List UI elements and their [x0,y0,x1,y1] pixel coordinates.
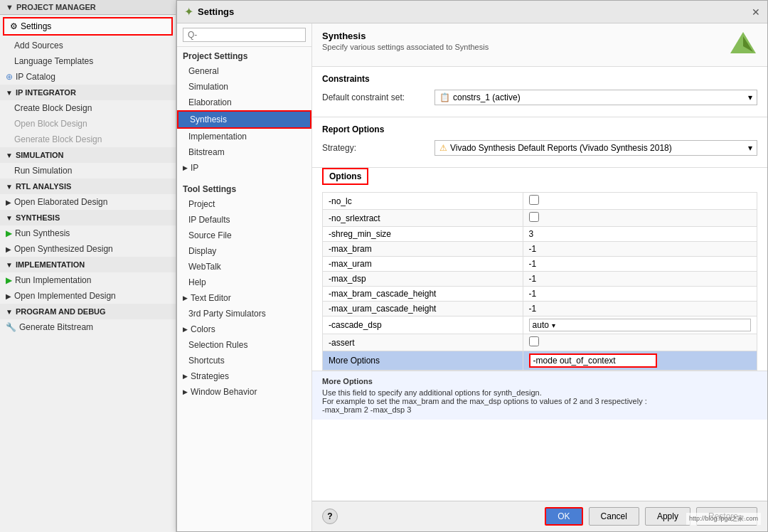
settings-nav-shortcuts[interactable]: Shortcuts [177,353,311,368]
ip-defaults-nav-label: IP Defaults [188,215,230,225]
settings-nav-source-file[interactable]: Source File [177,228,311,243]
settings-nav-display[interactable]: Display [177,243,311,259]
settings-nav-strategies[interactable]: ▶ Strategies [177,368,311,384]
arrow-icon-window: ▶ [183,388,188,395]
arrow-right-icon-impl: ▶ [6,292,11,300]
option-name: -max_uram_cascade_height [323,302,523,316]
option-name: -no_lc [323,193,523,210]
apply-button[interactable]: Apply [645,507,690,526]
add-sources-label: Add Sources [14,41,63,50]
settings-nav-synthesis[interactable]: Synthesis [177,110,311,129]
settings-nav-help[interactable]: Help [177,275,311,290]
program-debug-section[interactable]: ▼ PROGRAM AND DEBUG [0,304,176,319]
settings-nav-implementation[interactable]: Implementation [177,129,311,144]
option-name: -shreg_min_size [323,227,523,242]
settings-nav-webtalk[interactable]: WebTalk [177,259,311,275]
constraint-select[interactable]: 📋 constrs_1 (active) ▾ [434,90,757,105]
more-options-input[interactable] [529,353,657,368]
option-value[interactable]: auto▾ [523,316,757,334]
dialog-close-button[interactable]: ✕ [752,6,760,18]
settings-nav-elaboration[interactable]: Elaboration [177,95,311,110]
constraint-row: Default constraint set: 📋 constrs_1 (act… [322,90,757,105]
settings-nav-ip-defaults[interactable]: IP Defaults [177,212,311,228]
source-file-nav-label: Source File [188,230,232,240]
sidebar-item-language-templates[interactable]: Language Templates [0,53,176,69]
settings-nav-project[interactable]: Project [177,196,311,212]
sidebar-item-add-sources[interactable]: Add Sources [0,38,176,53]
sidebar-item-generate-bitstream[interactable]: 🔧 Generate Bitstream [0,319,176,335]
sidebar-item-ip-catalog[interactable]: ⊕ IP Catalog [0,69,176,85]
simulation-section[interactable]: ▼ SIMULATION [0,147,176,163]
vivado-logo [729,31,757,59]
cancel-button[interactable]: Cancel [589,507,639,526]
ip-nav-label: IP [191,163,198,173]
chevron-down-icon: ▼ [6,89,13,97]
sidebar-item-open-synthesized[interactable]: ▶ Open Synthesized Design [0,241,176,257]
options-table-container[interactable]: -no_lc-no_srlextract-shreg_min_size3-max… [312,192,767,371]
strategy-select[interactable]: ⚠ Vivado Synthesis Default Reports (Viva… [434,140,757,156]
settings-search-input[interactable] [183,28,306,42]
sidebar-item-open-elaborated[interactable]: ▶ Open Elaborated Design [0,194,176,210]
open-elaborated-label: Open Elaborated Design [14,197,107,207]
bitstream-icon: 🔧 [6,322,16,332]
sidebar-item-create-block-design[interactable]: Create Block Design [0,100,176,116]
ok-button[interactable]: OK [545,507,582,526]
content-section-title: Synthesis [322,31,489,41]
more-options-title: More Options [322,377,757,385]
synthesis-section-label: SYNTHESIS [16,213,60,222]
option-value[interactable] [523,334,757,351]
settings-nav-window-behavior[interactable]: ▶ Window Behavior [177,384,311,400]
constraint-value: constrs_1 (active) [453,92,745,102]
play-icon-synthesis: ▶ [6,228,12,238]
implementation-nav-label: Implementation [188,132,247,142]
settings-nav-bitstream[interactable]: Bitstream [177,144,311,160]
dialog-title: Settings [198,6,747,17]
settings-nav-ip[interactable]: ▶ IP [177,160,311,176]
sidebar-item-open-block-design[interactable]: Open Block Design [0,116,176,132]
option-value[interactable] [523,351,757,371]
synthesis-nav-label: Synthesis [190,115,227,124]
sidebar-item-generate-block-design[interactable]: Generate Block Design [0,132,176,147]
ip-catalog-label: IP Catalog [16,72,55,82]
strategies-nav-label: Strategies [191,371,229,381]
sidebar-header: ▼ PROJECT MANAGER [0,0,176,15]
settings-nav-simulation[interactable]: Simulation [177,79,311,95]
create-block-design-label: Create Block Design [14,103,92,113]
chevron-down-icon-sim: ▼ [6,151,13,159]
sidebar-item-run-synthesis[interactable]: ▶ Run Synthesis [0,225,176,241]
settings-nav-item[interactable]: ⚙ Settings [3,17,173,36]
arrow-right-icon: ▶ [6,198,11,206]
help-button[interactable]: ? [322,509,338,524]
dialog-title-icon: ✦ [184,5,193,18]
play-icon-impl: ▶ [6,275,12,285]
option-value[interactable] [523,193,757,210]
options-section: Options [312,168,767,192]
implementation-section[interactable]: ▼ IMPLEMENTATION [0,257,176,272]
watermark: http://blog.fpga之家.com [686,513,761,525]
ip-integrator-section[interactable]: ▼ IP INTEGRATOR [0,85,176,100]
program-debug-label: PROGRAM AND DEBUG [16,307,106,316]
settings-nav-selection-rules[interactable]: Selection Rules [177,337,311,353]
elaboration-label: Elaboration [188,97,232,107]
sidebar-item-run-implementation[interactable]: ▶ Run Implementation [0,272,176,288]
sidebar-item-open-implemented[interactable]: ▶ Open Implemented Design [0,288,176,304]
chevron-down-icon-rtl: ▼ [6,183,13,191]
webtalk-nav-label: WebTalk [188,262,221,272]
rtl-analysis-section[interactable]: ▼ RTL ANALYSIS [0,179,176,194]
settings-nav-text-editor[interactable]: ▶ Text Editor [177,290,311,306]
strategy-value: Vivado Synthesis Default Reports (Vivado… [450,143,745,153]
sidebar: ▼ PROJECT MANAGER ⚙ Settings Add Sources… [0,0,176,532]
option-name: -cascade_dsp [323,316,523,334]
settings-nav-colors[interactable]: ▶ Colors [177,321,311,337]
sidebar-item-run-simulation[interactable]: Run Simulation [0,163,176,179]
settings-nav-3rd-party[interactable]: 3rd Party Simulators [177,306,311,321]
option-name: More Options [323,351,523,371]
option-name: -max_dsp [323,272,523,287]
settings-nav-general[interactable]: General [177,63,311,79]
selection-rules-nav-label: Selection Rules [188,340,247,350]
dialog-titlebar: ✦ Settings ✕ [177,1,767,23]
run-implementation-label: Run Implementation [15,275,91,285]
option-value[interactable] [523,210,757,227]
constraint-label: Default constraint set: [322,92,429,102]
synthesis-section[interactable]: ▼ SYNTHESIS [0,210,176,225]
